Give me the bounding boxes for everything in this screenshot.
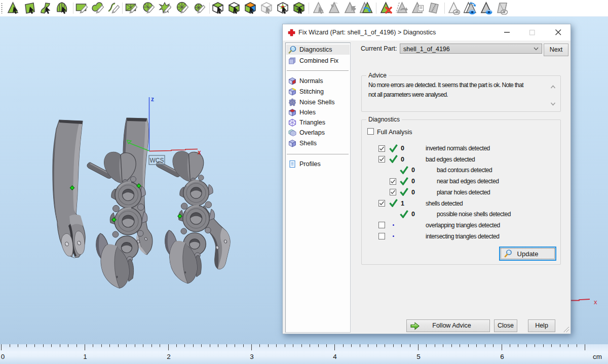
svg-text:5: 5 <box>416 353 421 360</box>
svg-text:x: x <box>594 298 597 306</box>
svg-text:1: 1 <box>83 353 87 360</box>
svg-text:6: 6 <box>500 353 504 360</box>
svg-text:0: 0 <box>1 353 5 360</box>
svg-text:3: 3 <box>250 353 254 360</box>
svg-text:WCS: WCS <box>150 157 164 164</box>
svg-text:z: z <box>151 96 154 103</box>
svg-text:cm: cm <box>593 353 602 360</box>
svg-text:2: 2 <box>167 353 171 360</box>
svg-text:x: x <box>198 149 201 156</box>
svg-text:4: 4 <box>333 353 337 360</box>
